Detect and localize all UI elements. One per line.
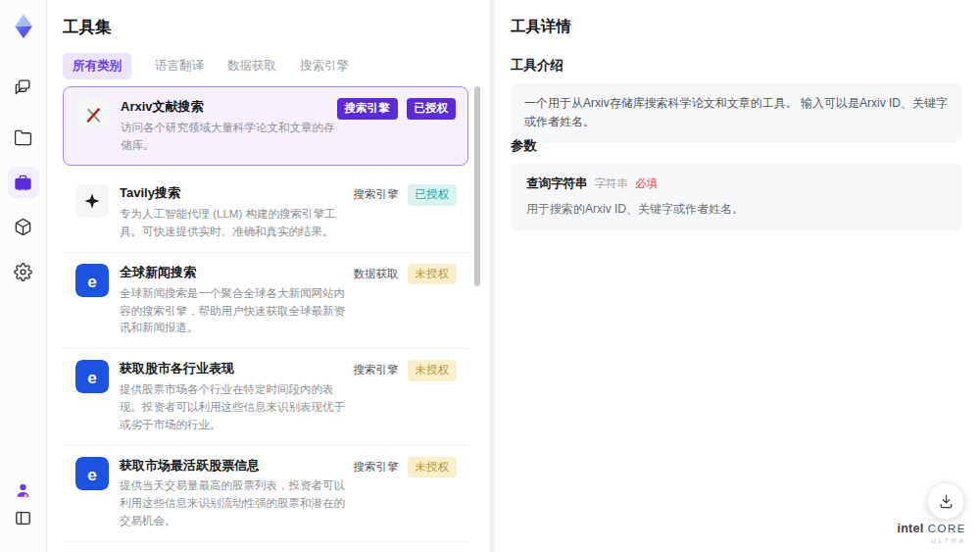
- intro-heading: 工具介绍: [511, 57, 564, 75]
- category-tabs: 所有类别语言翻译数据获取搜索引擎: [63, 53, 349, 79]
- tool-list-item-5[interactable]: e获取市场最活跃股票信息提供当天交易量最高的股票列表，投资者可以利用这些信息来识…: [63, 445, 468, 541]
- parameter-type: 字符串: [595, 176, 629, 191]
- tool-description: 专为人工智能代理 (LLM) 构建的搜索引擎工具。可快速提供实时、准确和真实的结…: [120, 206, 346, 241]
- tab-2[interactable]: 语言翻译: [155, 53, 204, 79]
- category-badge: 搜索引擎: [354, 457, 399, 478]
- tool-name: 获取市场最活跃股票信息: [120, 457, 346, 476]
- tool-description: 访问各个研究领域大量科学论文和文章的存储库。: [121, 120, 345, 155]
- toolbox-icon[interactable]: [8, 167, 39, 198]
- auth-status-badge: 未授权: [408, 360, 458, 381]
- app-window: 工具集 所有类别语言翻译数据获取搜索引擎 Arxiv文献搜索访问各个研究领域大量…: [0, 0, 980, 552]
- tool-name: Arxiv文献搜索: [121, 98, 345, 117]
- svg-text:e: e: [87, 466, 96, 484]
- download-icon: [938, 493, 955, 510]
- category-badge: 搜索引擎: [354, 360, 399, 381]
- tab-4[interactable]: 搜索引擎: [300, 53, 349, 79]
- tool-name: 全球新闻搜索: [120, 264, 346, 282]
- panel-divider: [491, 0, 495, 552]
- news-app-icon: e: [75, 360, 109, 393]
- auth-status-badge: 未授权: [408, 457, 458, 478]
- badge-group: 数据获取未授权: [354, 264, 458, 285]
- news-app-icon: e: [75, 457, 109, 490]
- parameter-description: 用于搜索的Arxiv ID、关键字或作者姓名。: [526, 201, 947, 218]
- tab-3[interactable]: 数据获取: [227, 53, 276, 79]
- parameter-header: 查询字符串 字符串 必填: [526, 176, 947, 192]
- page-title: 工具集: [63, 17, 112, 38]
- news-app-icon: e: [75, 264, 109, 297]
- badge-group: 搜索引擎未授权: [354, 457, 458, 478]
- auth-status-badge: 已授权: [407, 98, 457, 120]
- svg-text:e: e: [87, 273, 96, 291]
- tools-panel: 工具集 所有类别语言翻译数据获取搜索引擎 Arxiv文献搜索访问各个研究领域大量…: [47, 0, 491, 552]
- app-logo-icon[interactable]: [10, 13, 37, 40]
- tool-description: 提供当天交易量最高的股票列表，投资者可以利用这些信息来识别流动性强的股票和潜在的…: [120, 477, 346, 529]
- tool-list-item-4[interactable]: e获取股市各行业表现提供股票市场各个行业在特定时间段内的表现。投资者可以利用这些…: [63, 348, 468, 444]
- collapse-sidebar-icon[interactable]: [8, 502, 39, 533]
- intel-core-logo: intel core ULTRA: [898, 519, 966, 546]
- details-title: 工具详情: [511, 17, 571, 37]
- ultra-brand-text: ULTRA: [898, 537, 966, 546]
- tool-name: Tavily搜索: [120, 184, 346, 203]
- parameter-name: 查询字符串: [526, 176, 588, 192]
- tool-description: 全球新闻搜索是一个聚合全球各大新闻网站内容的搜索引擎，帮助用户快速获取全球最新资…: [120, 285, 346, 337]
- download-button[interactable]: [927, 482, 964, 520]
- tool-description: 提供股票市场各个行业在特定时间段内的表现。投资者可以利用这些信息来识别表现优于或…: [120, 381, 346, 433]
- svg-text:e: e: [87, 369, 96, 387]
- tool-list-item-2[interactable]: Tavily搜索专为人工智能代理 (LLM) 构建的搜索引擎工具。可快速提供实时…: [63, 174, 468, 251]
- intro-card: 一个用于从Arxiv存储库搜索科学论文和文章的工具。 输入可以是Arxiv ID…: [511, 83, 962, 142]
- core-brand-text: core: [928, 523, 966, 534]
- cube-icon[interactable]: [8, 211, 39, 242]
- folder-icon[interactable]: [8, 122, 39, 153]
- details-panel: 工具详情 工具介绍 一个用于从Arxiv存储库搜索科学论文和文章的工具。 输入可…: [495, 0, 980, 552]
- required-badge: 必填: [635, 176, 658, 191]
- category-badge: 数据获取: [354, 264, 399, 285]
- tool-list-item-3[interactable]: e全球新闻搜索全球新闻搜索是一个聚合全球各大新闻网站内容的搜索引擎，帮助用户快速…: [63, 252, 468, 348]
- params-heading: 参数: [511, 137, 537, 155]
- category-badge: 搜索引擎: [354, 184, 399, 206]
- badge-group: 搜索引擎未授权: [354, 360, 458, 381]
- tavily-logo-icon: [75, 184, 109, 218]
- arxiv-logo-icon: [76, 98, 110, 131]
- badge-group: 搜索引擎已授权: [354, 184, 458, 206]
- tool-name: 获取股市各行业表现: [120, 360, 346, 378]
- tab-1[interactable]: 所有类别: [63, 53, 131, 79]
- tool-list-item-6[interactable]: 万维地区新闻查询查询具体行政区划内的新闻，快速了解各地新闻动态搜索引擎未授权: [63, 541, 468, 552]
- parameter-card: 查询字符串 字符串 必填 用于搜索的Arxiv ID、关键字或作者姓名。: [511, 163, 962, 230]
- settings-icon[interactable]: [8, 256, 39, 287]
- chat-icon[interactable]: [8, 71, 39, 102]
- sidebar-rail: [0, 0, 47, 552]
- category-badge: 搜索引擎: [337, 98, 398, 120]
- scrollbar[interactable]: [474, 86, 480, 286]
- auth-status-badge: 已授权: [408, 184, 458, 206]
- badge-group: 搜索引擎已授权: [337, 98, 457, 120]
- tool-list: Arxiv文献搜索访问各个研究领域大量科学论文和文章的存储库。搜索引擎已授权Ta…: [63, 86, 468, 552]
- intel-brand-text: intel: [898, 522, 924, 535]
- auth-status-badge: 未授权: [408, 264, 458, 285]
- tool-list-item-1[interactable]: Arxiv文献搜索访问各个研究领域大量科学论文和文章的存储库。搜索引擎已授权: [63, 86, 468, 166]
